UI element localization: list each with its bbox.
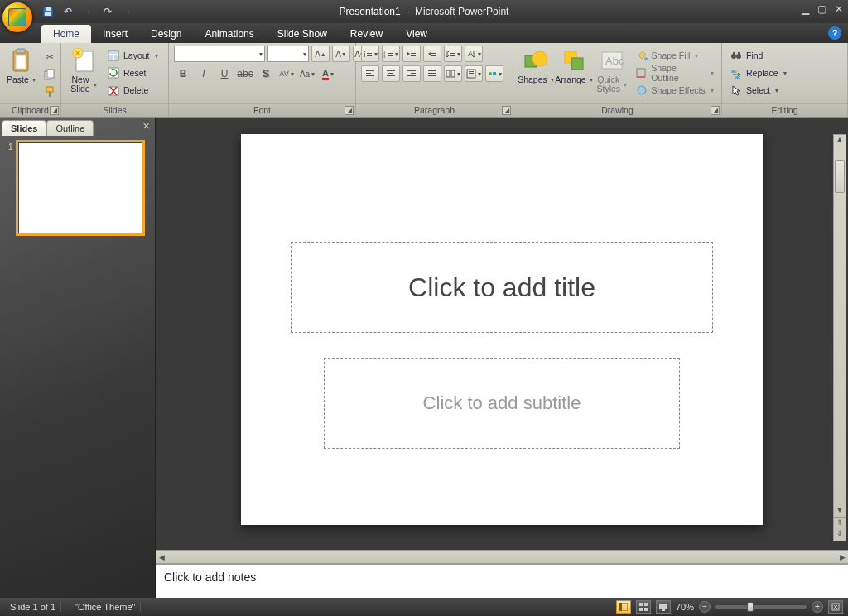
undo-icon[interactable]: ↶ xyxy=(61,5,75,18)
svg-rect-4 xyxy=(17,49,25,53)
quick-styles-button[interactable]: Abc Quick Styles xyxy=(595,46,629,95)
layout-icon xyxy=(107,49,120,62)
clipboard-icon xyxy=(7,47,34,74)
notes-pane[interactable]: Click to add notes xyxy=(156,563,848,598)
fit-to-window-button[interactable] xyxy=(828,600,843,614)
numbering-button[interactable]: 123 xyxy=(382,46,400,62)
decrease-indent-button[interactable] xyxy=(402,46,421,62)
shadow-button[interactable]: S xyxy=(257,65,275,82)
copy-button[interactable] xyxy=(41,66,59,83)
tab-design[interactable]: Design xyxy=(139,25,193,43)
cursor-icon xyxy=(730,84,743,97)
shape-effects-button[interactable]: Shape Effects xyxy=(633,82,716,99)
qat-customize-dropdown[interactable] xyxy=(121,5,134,18)
pen-icon xyxy=(635,66,648,79)
replace-button[interactable]: abacReplace xyxy=(727,65,789,81)
bold-button[interactable]: B xyxy=(174,65,192,82)
pane-tab-outline[interactable]: Outline xyxy=(46,120,94,136)
arrange-button[interactable]: Arrange xyxy=(556,46,591,86)
slideshow-view-button[interactable] xyxy=(656,600,671,614)
group-drawing: Shapes Arrange Abc Quick Styles Shape Fi… xyxy=(513,43,722,117)
columns-button[interactable] xyxy=(444,65,462,82)
change-case-button[interactable]: Aa xyxy=(298,65,316,82)
tab-review[interactable]: Review xyxy=(339,25,394,43)
find-button[interactable]: Find xyxy=(727,47,789,64)
zoom-slider[interactable] xyxy=(716,605,807,609)
select-button[interactable]: Select xyxy=(727,82,789,99)
clipboard-dialog-launcher[interactable]: ◢ xyxy=(50,106,59,115)
underline-button[interactable]: U xyxy=(215,65,234,82)
binoculars-icon xyxy=(730,49,743,62)
line-spacing-button[interactable] xyxy=(444,46,462,62)
slide-canvas[interactable]: Click to add title Click to add subtitle xyxy=(241,134,763,525)
save-icon[interactable] xyxy=(41,5,55,18)
normal-view-button[interactable] xyxy=(616,600,631,614)
delete-icon xyxy=(107,84,120,97)
svg-point-60 xyxy=(532,51,547,66)
cut-button[interactable]: ✂ xyxy=(41,49,59,65)
align-text-button[interactable] xyxy=(465,65,483,82)
maximize-button[interactable]: ▢ xyxy=(817,3,826,15)
reset-button[interactable]: Reset xyxy=(104,65,161,81)
subtitle-placeholder[interactable]: Click to add subtitle xyxy=(324,358,680,449)
strikethrough-button[interactable]: abc xyxy=(236,65,254,82)
align-center-button[interactable] xyxy=(382,65,400,82)
close-button[interactable]: ✕ xyxy=(835,3,843,15)
shape-outline-button[interactable]: Shape Outline xyxy=(633,65,716,81)
bullets-button[interactable] xyxy=(361,46,379,62)
svg-point-57 xyxy=(489,72,492,75)
tab-home[interactable]: Home xyxy=(41,25,91,43)
shape-fill-button[interactable]: Shape Fill xyxy=(633,47,716,64)
align-right-button[interactable] xyxy=(402,65,421,82)
slides-outline-pane: Slides Outline ✕ 1 xyxy=(0,118,156,598)
font-color-button[interactable]: A xyxy=(319,65,337,82)
tab-view[interactable]: View xyxy=(394,25,439,43)
font-size-combo[interactable] xyxy=(267,46,309,62)
justify-button[interactable] xyxy=(423,65,441,82)
minimize-button[interactable]: ▁ xyxy=(802,3,809,15)
grow-font-button[interactable]: A▲ xyxy=(311,46,330,62)
svg-rect-48 xyxy=(407,75,416,76)
font-family-combo[interactable] xyxy=(174,46,265,62)
smartart-button[interactable] xyxy=(485,65,504,82)
undo-dropdown[interactable] xyxy=(81,5,94,18)
office-button[interactable] xyxy=(2,2,33,33)
paste-button[interactable]: Paste xyxy=(5,46,37,86)
font-dialog-launcher[interactable]: ◢ xyxy=(344,106,354,115)
vertical-scrollbar[interactable]: ▲ ▼ ⇑ ⇓ xyxy=(833,134,846,541)
text-direction-button[interactable]: A xyxy=(465,46,483,62)
align-left-button[interactable] xyxy=(361,65,379,82)
sorter-view-button[interactable] xyxy=(636,600,651,614)
svg-rect-58 xyxy=(493,72,496,75)
shapes-button[interactable]: Shapes xyxy=(518,46,553,86)
slide-thumbnail-1[interactable] xyxy=(18,142,142,233)
increase-indent-button[interactable] xyxy=(423,46,441,62)
help-icon[interactable]: ? xyxy=(828,26,841,40)
new-slide-button[interactable]: New Slide xyxy=(66,46,101,95)
italic-button[interactable]: I xyxy=(195,65,213,82)
drawing-dialog-launcher[interactable]: ◢ xyxy=(711,106,720,115)
svg-rect-77 xyxy=(639,603,643,606)
layout-button[interactable]: Layout xyxy=(104,47,161,64)
pane-tab-slides[interactable]: Slides xyxy=(2,120,46,136)
paragraph-dialog-launcher[interactable]: ◢ xyxy=(502,106,511,115)
zoom-level[interactable]: 70% xyxy=(676,602,694,612)
replace-icon: abac xyxy=(730,66,743,79)
horizontal-scrollbar[interactable]: ◀▶ xyxy=(156,550,848,563)
tab-animations[interactable]: Animations xyxy=(193,25,265,43)
svg-text:ab: ab xyxy=(731,69,737,74)
svg-point-20 xyxy=(364,53,365,55)
pane-close-button[interactable]: ✕ xyxy=(142,121,150,132)
format-painter-button[interactable] xyxy=(41,84,59,100)
shrink-font-button[interactable]: A▼ xyxy=(332,46,350,62)
title-placeholder[interactable]: Click to add title xyxy=(291,242,713,333)
char-spacing-button[interactable]: AV xyxy=(277,65,296,82)
delete-button[interactable]: Delete xyxy=(104,82,161,99)
svg-rect-56 xyxy=(469,73,474,74)
tab-slide-show[interactable]: Slide Show xyxy=(266,25,339,43)
redo-icon[interactable]: ↷ xyxy=(101,5,114,18)
zoom-out-button[interactable]: − xyxy=(699,601,711,613)
zoom-in-button[interactable]: + xyxy=(812,601,823,613)
tab-insert[interactable]: Insert xyxy=(91,25,139,43)
svg-rect-36 xyxy=(450,51,455,51)
